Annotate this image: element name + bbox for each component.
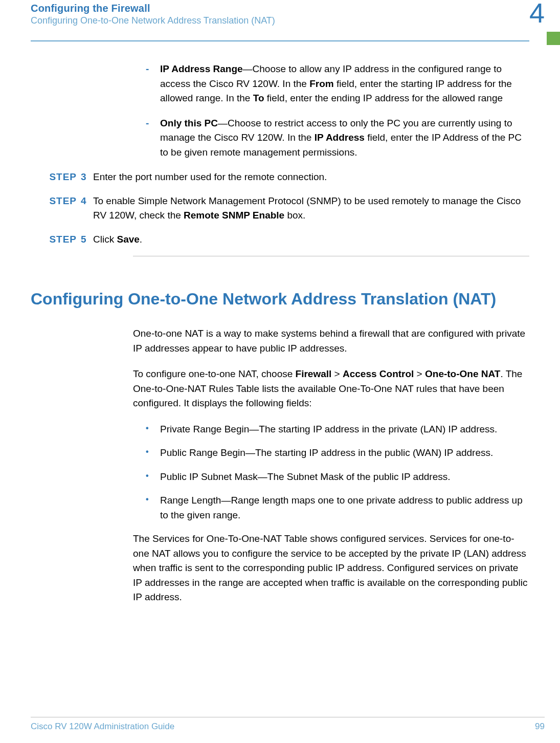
document-page: Configuring the Firewall Configuring One…	[0, 0, 560, 743]
step-number: 5	[81, 232, 93, 247]
step-text: Enter the port number used for the remot…	[93, 170, 529, 185]
footer-guide-title: Cisco RV 120W Administration Guide	[31, 722, 174, 732]
bullet-item: • Public Range Begin—The starting IP add…	[146, 446, 529, 461]
bullet-dot-icon: •	[146, 470, 160, 485]
bullet-dot-icon: •	[146, 446, 160, 461]
step-label: STEP	[31, 194, 81, 223]
bullet-item: • Private Range Begin—The starting IP ad…	[146, 422, 529, 437]
bullet-dash-icon: -	[146, 62, 160, 106]
section-divider	[133, 256, 529, 256]
page-content: - IP Address Range—Choose to allow any I…	[0, 41, 560, 605]
sub-bullet: - IP Address Range—Choose to allow any I…	[146, 62, 529, 106]
chapter-number: 4	[529, 0, 545, 27]
bullet-dot-icon: •	[146, 422, 160, 437]
step-number: 4	[81, 194, 93, 223]
bullet-text: Private Range Begin—The starting IP addr…	[160, 422, 529, 437]
section-heading: Configuring One-to-One Network Address T…	[31, 290, 529, 309]
bullet-text: Public Range Begin—The starting IP addre…	[160, 446, 529, 461]
page-footer: Cisco RV 120W Administration Guide 99	[31, 717, 545, 732]
footer-page-number: 99	[535, 722, 545, 732]
bullet-text: Public IP Subnet Mask—The Subnet Mask of…	[160, 470, 529, 485]
lead-term: Only this PC	[160, 118, 218, 128]
step-text: Click Save.	[93, 232, 529, 247]
header-title: Configuring the Firewall	[31, 3, 529, 14]
step-label: STEP	[31, 170, 81, 185]
step-item: STEP 5 Click Save.	[31, 232, 529, 247]
bullet-item: • Public IP Subnet Mask—The Subnet Mask …	[146, 470, 529, 485]
step-text: To enable Simple Network Management Prot…	[93, 194, 529, 223]
sub-bullet: - Only this PC—Choose to restrict access…	[146, 116, 529, 160]
paragraph: The Services for One-To-One-NAT Table sh…	[133, 532, 529, 605]
header-subtitle: Configuring One-to-One Network Address T…	[31, 15, 529, 26]
chapter-color-block	[547, 32, 560, 45]
bullet-item: • Range Length—Range length maps one to …	[146, 493, 529, 522]
paragraph: One-to-one NAT is a way to make systems …	[133, 326, 529, 356]
bullet-dot-icon: •	[146, 493, 160, 522]
continued-list: - IP Address Range—Choose to allow any I…	[133, 62, 529, 160]
paragraph: To configure one-to-one NAT, choose Fire…	[133, 367, 529, 411]
sub-bullet-text: Only this PC—Choose to restrict access t…	[160, 116, 529, 160]
step-item: STEP 4 To enable Simple Network Manageme…	[31, 194, 529, 223]
step-label: STEP	[31, 232, 81, 247]
page-header: Configuring the Firewall Configuring One…	[0, 0, 560, 41]
step-number: 3	[81, 170, 93, 185]
sub-bullet-text: IP Address Range—Choose to allow any IP …	[160, 62, 529, 106]
step-item: STEP 3 Enter the port number used for th…	[31, 170, 529, 185]
bullet-text: Range Length—Range length maps one to on…	[160, 493, 529, 522]
bullet-dash-icon: -	[146, 116, 160, 160]
lead-term: IP Address Range	[160, 63, 243, 74]
